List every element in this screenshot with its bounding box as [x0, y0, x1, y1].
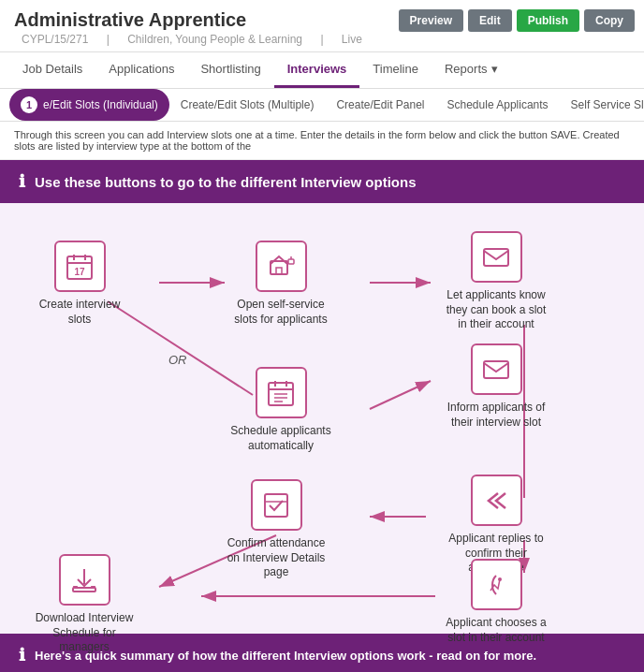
svg-rect-32	[73, 586, 78, 589]
node-schedule: Schedule applicants automatically	[225, 367, 337, 453]
flow-area: 17 Create interview slots OR	[0, 203, 644, 634]
reports-label: Reports	[445, 62, 488, 76]
subnav-label-1: e/Edit Slots (Individual)	[43, 98, 158, 111]
flow-container: 17 Create interview slots OR	[14, 222, 630, 615]
svg-rect-28	[265, 494, 287, 517]
node-selfservice-label: Open self-service slots for applicants	[229, 298, 332, 327]
node-confirm-label: Confirm attendance on Interview Details …	[225, 536, 328, 580]
subtitle-dept: Children, Young People & Learning	[127, 33, 302, 46]
subtitle-status: Live	[342, 33, 362, 46]
or-label: OR	[168, 353, 187, 367]
tab-interviews[interactable]: Interviews	[274, 52, 360, 88]
svg-text:17: 17	[74, 267, 85, 277]
node-create: 17 Create interview slots	[23, 241, 136, 327]
tab-timeline[interactable]: Timeline	[359, 52, 432, 88]
publish-button[interactable]: Publish	[517, 9, 579, 32]
subtitle-ref: CYPL/15/271	[22, 33, 88, 46]
subnav-edit-panel[interactable]: Create/Edit Panel	[325, 91, 435, 119]
node-letknow-label: Let applicants know they can book a slot…	[445, 288, 548, 332]
node-selfservice: Open self-service slots for applicants	[225, 241, 337, 327]
tab-job-details[interactable]: Job Details	[9, 52, 95, 88]
svg-rect-17	[288, 259, 294, 264]
node-download-label: Download Interview Schedule for managers	[33, 611, 136, 655]
subnav-edit-slots-individual[interactable]: 1 e/Edit Slots (Individual)	[9, 89, 169, 121]
sub-nav: 1 e/Edit Slots (Individual) Create/Edit …	[0, 89, 644, 122]
tab-applications[interactable]: Applications	[95, 52, 187, 88]
edit-button[interactable]: Edit	[468, 9, 512, 32]
step-badge: 1	[21, 96, 37, 113]
copy-button[interactable]: Copy	[584, 9, 635, 32]
node-inform: Inform applicants of their interview slo…	[435, 343, 557, 430]
svg-rect-27	[484, 361, 508, 378]
header-actions: Preview Edit Publish Copy	[399, 9, 635, 32]
info-text: Through this screen you can add Intervie…	[0, 122, 644, 160]
node-choose-label: Applicant chooses a slot in their accoun…	[445, 616, 548, 645]
info-icon-top: ℹ	[19, 171, 25, 192]
node-schedule-label: Schedule applicants automatically	[229, 424, 332, 453]
svg-rect-33	[91, 586, 95, 589]
subnav-edit-slots-multiple[interactable]: Create/Edit Slots (Multiple)	[169, 91, 326, 119]
preview-button[interactable]: Preview	[399, 9, 463, 32]
node-create-label: Create interview slots	[28, 298, 131, 327]
node-inform-label: Inform applicants of their interview slo…	[445, 401, 548, 430]
nav-tabs: Job Details Applications Shortlisting In…	[0, 52, 644, 89]
svg-point-34	[498, 577, 502, 581]
tab-reports[interactable]: Reports ▾	[432, 52, 511, 88]
svg-rect-19	[484, 249, 508, 266]
svg-rect-16	[276, 268, 282, 274]
node-choose: Applicant chooses a slot in their accoun…	[435, 559, 557, 645]
chevron-down-icon: ▾	[491, 62, 498, 76]
node-download: Download Interview Schedule for managers	[23, 554, 145, 655]
svg-line-3	[370, 381, 431, 409]
tab-shortlisting[interactable]: Shortlisting	[187, 52, 273, 88]
node-letknow: Let applicants know they can book a slot…	[435, 231, 557, 332]
subnav-schedule-applicants[interactable]: Schedule Applicants	[436, 91, 560, 119]
subnav-self-service-slots[interactable]: Self Service Slots	[560, 91, 644, 119]
app-subtitle: CYPL/15/271 | Children, Young People & L…	[14, 33, 630, 46]
node-confirm: Confirm attendance on Interview Details …	[215, 479, 337, 580]
top-banner: ℹ Use these buttons to go to the differe…	[0, 160, 644, 203]
top-banner-text: Use these buttons to go to the different…	[35, 174, 417, 190]
